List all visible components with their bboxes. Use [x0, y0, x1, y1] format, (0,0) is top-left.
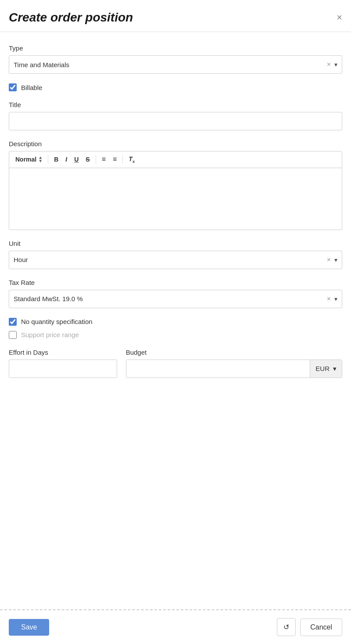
- budget-input-row: EUR ▾: [126, 360, 342, 378]
- currency-select[interactable]: EUR ▾: [310, 360, 342, 378]
- type-clear-icon[interactable]: ×: [327, 61, 331, 68]
- billable-label: Billable: [21, 84, 42, 91]
- budget-input[interactable]: [126, 360, 310, 378]
- tax-rate-clear-icon[interactable]: ×: [327, 295, 331, 303]
- paragraph-style-select[interactable]: Normal ▲▼: [14, 155, 44, 164]
- toolbar-divider-3: [122, 155, 123, 164]
- billable-checkbox[interactable]: [9, 83, 17, 91]
- ordered-list-button[interactable]: ≡: [100, 154, 108, 165]
- currency-dropdown-icon[interactable]: ▾: [333, 365, 337, 373]
- description-label: Description: [9, 140, 342, 148]
- support-price-range-label: Support price range: [21, 331, 79, 338]
- type-select-value: Time and Materials: [14, 61, 327, 68]
- tax-rate-dropdown-icon[interactable]: ▾: [334, 295, 337, 302]
- description-rich-editor: Normal ▲▼ B I U S ≡ ≡ Tx: [9, 151, 342, 230]
- modal-footer: Save ↺ Cancel: [0, 609, 351, 644]
- budget-field-col: Budget EUR ▾: [126, 349, 342, 378]
- unit-clear-icon[interactable]: ×: [327, 256, 331, 264]
- title-field-group: Title: [9, 101, 342, 130]
- unit-dropdown-icon[interactable]: ▾: [334, 256, 337, 263]
- unit-select-value: Hour: [14, 256, 327, 263]
- support-price-range-checkbox[interactable]: [9, 331, 17, 339]
- type-field-group: Type Time and Materials × ▾: [9, 44, 342, 74]
- no-quantity-label: No quantity specification: [21, 318, 93, 325]
- currency-value: EUR: [315, 365, 330, 372]
- italic-button[interactable]: I: [63, 155, 69, 164]
- close-button[interactable]: ×: [337, 13, 342, 22]
- description-editor-content[interactable]: [9, 168, 342, 230]
- effort-budget-row: Effort in Days Budget EUR ▾: [9, 349, 342, 378]
- effort-input[interactable]: [9, 360, 117, 378]
- toolbar-divider-1: [48, 155, 48, 164]
- description-field-group: Description Normal ▲▼ B I U S ≡ ≡ T: [9, 140, 342, 230]
- unordered-list-button[interactable]: ≡: [111, 154, 119, 165]
- reset-button[interactable]: ↺: [277, 618, 296, 636]
- support-price-range-checkbox-group: Support price range: [9, 331, 342, 339]
- type-select[interactable]: Time and Materials × ▾: [9, 55, 342, 74]
- unit-label: Unit: [9, 240, 342, 247]
- footer-right-actions: ↺ Cancel: [277, 618, 342, 636]
- effort-label: Effort in Days: [9, 349, 117, 356]
- cancel-button[interactable]: Cancel: [300, 619, 342, 636]
- type-label: Type: [9, 44, 342, 52]
- paragraph-style-label: Normal: [15, 156, 36, 163]
- paragraph-style-arrows-icon: ▲▼: [38, 156, 43, 163]
- toolbar-divider-2: [96, 155, 96, 164]
- strikethrough-button[interactable]: S: [83, 155, 92, 164]
- modal-title: Create order position: [9, 11, 133, 25]
- underline-button[interactable]: U: [72, 155, 81, 164]
- billable-checkbox-group: Billable: [9, 83, 342, 91]
- title-input[interactable]: [9, 112, 342, 130]
- modal-container: Create order position × Type Time and Ma…: [0, 0, 351, 644]
- modal-header: Create order position ×: [0, 0, 351, 32]
- budget-label: Budget: [126, 349, 342, 356]
- no-quantity-checkbox[interactable]: [9, 318, 17, 326]
- tax-rate-label: Tax Rate: [9, 279, 342, 286]
- effort-field-col: Effort in Days: [9, 349, 117, 378]
- unit-field-group: Unit Hour × ▾: [9, 240, 342, 269]
- no-quantity-checkbox-group: No quantity specification: [9, 318, 342, 326]
- title-label: Title: [9, 101, 342, 108]
- save-button[interactable]: Save: [9, 619, 49, 636]
- tax-rate-field-group: Tax Rate Standard MwSt. 19.0 % × ▾: [9, 279, 342, 308]
- type-dropdown-icon[interactable]: ▾: [334, 61, 337, 68]
- unit-select[interactable]: Hour × ▾: [9, 251, 342, 269]
- bold-button[interactable]: B: [52, 155, 61, 164]
- clear-format-button[interactable]: Tx: [126, 154, 137, 165]
- tax-rate-select-value: Standard MwSt. 19.0 %: [14, 295, 327, 302]
- tax-rate-select[interactable]: Standard MwSt. 19.0 % × ▾: [9, 290, 342, 308]
- modal-body: Type Time and Materials × ▾ Billable Tit…: [0, 32, 351, 609]
- editor-toolbar: Normal ▲▼ B I U S ≡ ≡ Tx: [9, 151, 342, 168]
